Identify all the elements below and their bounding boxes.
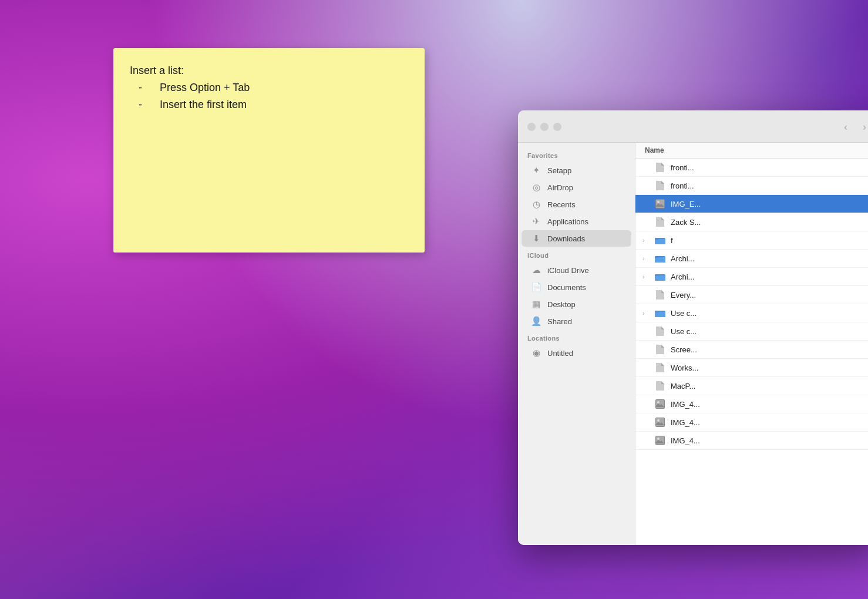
forward-button[interactable]: › <box>856 119 868 135</box>
file-name-f6: Archi... <box>671 254 868 263</box>
sidebar-item-applications[interactable]: ✈Applications <box>522 213 631 230</box>
img-icon <box>654 198 666 210</box>
sidebar-label-setapp: Setapp <box>547 166 571 175</box>
file-name-f16: IMG_4... <box>671 436 868 445</box>
file-row-f2[interactable]: fronti... <box>635 177 868 195</box>
svg-rect-10 <box>655 311 659 312</box>
finder-filelist: Name fronti... fronti... IMG_E... Zack S… <box>635 143 868 545</box>
file-row-f5[interactable]: › f <box>635 231 868 250</box>
chevron-icon: › <box>642 310 650 317</box>
untitled-icon: ◉ <box>531 348 541 358</box>
sidebar-label-applications: Applications <box>547 217 588 226</box>
file-row-f13[interactable]: MacP... <box>635 377 868 395</box>
file-name-f4: Zack S... <box>671 218 868 227</box>
file-name-f11: Scree... <box>671 345 868 354</box>
minimize-button[interactable] <box>540 123 549 131</box>
file-name-f12: Works... <box>671 364 868 372</box>
file-icon <box>654 289 666 301</box>
sidebar-item-desktop[interactable]: ▦Desktop <box>522 296 631 312</box>
icloud-drive-icon: ☁ <box>531 265 541 275</box>
sidebar-section-icloud: iCloud <box>518 247 635 261</box>
file-row-f9[interactable]: › Use c... <box>635 304 868 322</box>
sidebar-item-icloud-drive[interactable]: ☁iCloud Drive <box>522 262 631 278</box>
sidebar-label-airdrop: AirDrop <box>547 183 573 192</box>
svg-point-13 <box>657 401 660 403</box>
maximize-button[interactable] <box>553 123 561 131</box>
setapp-icon: ✦ <box>531 165 541 176</box>
recents-icon: ◷ <box>531 199 541 210</box>
file-row-f16[interactable]: IMG_4... <box>635 432 868 450</box>
sidebar-label-untitled: Untitled <box>547 349 573 358</box>
finder-toolbar: ‹ › <box>518 110 868 143</box>
desktop-icon: ▦ <box>531 299 541 309</box>
img-icon <box>654 416 666 428</box>
file-row-f15[interactable]: IMG_4... <box>635 413 868 432</box>
sticky-note-content: Insert a list: - Press Option + Tab - In… <box>130 62 408 113</box>
folder-icon <box>654 253 666 264</box>
file-name-f3: IMG_E... <box>671 200 868 208</box>
close-button[interactable] <box>527 123 536 131</box>
svg-rect-8 <box>655 274 659 276</box>
applications-icon: ✈ <box>531 216 541 227</box>
sidebar-section-locations: Locations <box>518 330 635 344</box>
img-icon <box>654 435 666 446</box>
file-row-f12[interactable]: Works... <box>635 359 868 377</box>
file-name-f8: Every... <box>671 291 868 300</box>
chevron-icon: › <box>642 255 650 262</box>
file-name-f15: IMG_4... <box>671 418 868 427</box>
file-row-f1[interactable]: fronti... <box>635 159 868 177</box>
sidebar-item-untitled[interactable]: ◉Untitled <box>522 345 631 361</box>
traffic-lights <box>527 123 561 131</box>
file-name-f2: fronti... <box>671 181 868 190</box>
file-row-f11[interactable]: Scree... <box>635 341 868 359</box>
file-name-f9: Use c... <box>671 309 868 318</box>
file-row-f6[interactable]: › Archi... <box>635 250 868 268</box>
file-name-f5: f <box>671 236 868 245</box>
file-name-f1: fronti... <box>671 163 868 172</box>
file-row-f4[interactable]: Zack S... <box>635 213 868 231</box>
file-row-f3[interactable]: IMG_E... <box>635 195 868 213</box>
sidebar-item-recents[interactable]: ◷Recents <box>522 196 631 213</box>
folder-icon <box>654 234 666 246</box>
documents-icon: 📄 <box>531 282 541 292</box>
downloads-icon: ⬇ <box>531 233 541 244</box>
file-name-f13: MacP... <box>671 382 868 391</box>
finder-body: Favorites✦Setapp◎AirDrop◷Recents✈Applica… <box>518 143 868 545</box>
file-icon <box>654 380 666 392</box>
finder-sidebar: Favorites✦Setapp◎AirDrop◷Recents✈Applica… <box>518 143 635 545</box>
svg-rect-4 <box>655 238 659 240</box>
svg-point-2 <box>657 201 660 203</box>
file-name-f7: Archi... <box>671 272 868 281</box>
file-icon <box>654 344 666 355</box>
sidebar-label-shared: Shared <box>547 317 572 326</box>
filelist-header: Name <box>635 143 868 159</box>
chevron-icon: › <box>642 237 650 244</box>
sidebar-item-setapp[interactable]: ✦Setapp <box>522 162 631 179</box>
airdrop-icon: ◎ <box>531 182 541 193</box>
file-name-f10: Use c... <box>671 327 868 336</box>
sidebar-label-desktop: Desktop <box>547 300 576 309</box>
img-icon <box>654 398 666 410</box>
sidebar-item-shared[interactable]: 👤Shared <box>522 313 631 329</box>
file-icon <box>654 216 666 228</box>
file-row-f14[interactable]: IMG_4... <box>635 395 868 413</box>
sidebar-label-documents: Documents <box>547 283 586 292</box>
finder-window: ‹ › Favorites✦Setapp◎AirDrop◷Recents✈App… <box>518 110 868 545</box>
filelist-items: fronti... fronti... IMG_E... Zack S...› … <box>635 159 868 450</box>
sidebar-label-icloud-drive: iCloud Drive <box>547 266 589 275</box>
file-row-f7[interactable]: › Archi... <box>635 268 868 286</box>
svg-rect-6 <box>655 256 659 258</box>
file-icon <box>654 325 666 337</box>
sidebar-item-documents[interactable]: 📄Documents <box>522 279 631 295</box>
sidebar-item-airdrop[interactable]: ◎AirDrop <box>522 179 631 196</box>
file-row-f10[interactable]: Use c... <box>635 322 868 341</box>
file-icon <box>654 161 666 173</box>
sticky-note: Insert a list: - Press Option + Tab - In… <box>113 48 425 253</box>
finder-nav: ‹ › <box>837 119 868 135</box>
file-row-f8[interactable]: Every... <box>635 286 868 304</box>
chevron-icon: › <box>642 274 650 280</box>
sidebar-section-favorites: Favorites <box>518 147 635 161</box>
shared-icon: 👤 <box>531 316 541 327</box>
back-button[interactable]: ‹ <box>837 119 854 135</box>
sidebar-item-downloads[interactable]: ⬇Downloads <box>522 230 631 247</box>
